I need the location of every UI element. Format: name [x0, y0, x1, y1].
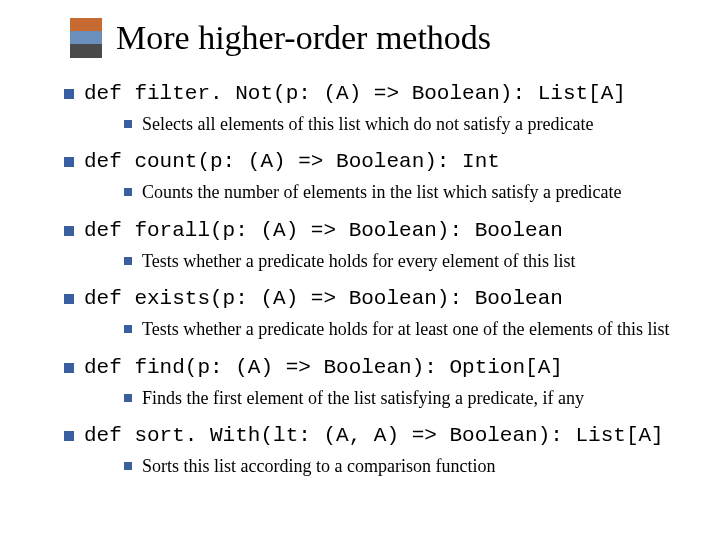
desc-list: Counts the number of elements in the lis… — [84, 181, 690, 204]
desc-list: Finds the first element of the list sati… — [84, 387, 690, 410]
list-item: def filter. Not(p: (A) => Boolean): List… — [64, 82, 690, 136]
title-accent-bar — [70, 18, 102, 58]
list-item: def count(p: (A) => Boolean): Int Counts… — [64, 150, 690, 204]
desc-list: Tests whether a predicate holds for at l… — [84, 318, 690, 341]
slide-title: More higher-order methods — [116, 19, 491, 57]
desc-list: Selects all elements of this list which … — [84, 113, 690, 136]
method-list: def filter. Not(p: (A) => Boolean): List… — [30, 82, 690, 478]
method-description: Tests whether a predicate holds for ever… — [124, 250, 690, 273]
title-row: More higher-order methods — [70, 18, 690, 58]
method-signature: def find(p: (A) => Boolean): Option[A] — [84, 356, 563, 379]
method-description: Selects all elements of this list which … — [124, 113, 690, 136]
list-item: def exists(p: (A) => Boolean): Boolean T… — [64, 287, 690, 341]
method-description: Tests whether a predicate holds for at l… — [124, 318, 690, 341]
method-signature: def forall(p: (A) => Boolean): Boolean — [84, 219, 563, 242]
method-description: Sorts this list according to a compariso… — [124, 455, 690, 478]
method-signature: def exists(p: (A) => Boolean): Boolean — [84, 287, 563, 310]
method-description: Counts the number of elements in the lis… — [124, 181, 690, 204]
desc-list: Sorts this list according to a compariso… — [84, 455, 690, 478]
desc-list: Tests whether a predicate holds for ever… — [84, 250, 690, 273]
slide: More higher-order methods def filter. No… — [0, 0, 720, 512]
method-signature: def count(p: (A) => Boolean): Int — [84, 150, 500, 173]
method-signature: def filter. Not(p: (A) => Boolean): List… — [84, 82, 626, 105]
list-item: def forall(p: (A) => Boolean): Boolean T… — [64, 219, 690, 273]
method-description: Finds the first element of the list sati… — [124, 387, 690, 410]
method-signature: def sort. With(lt: (A, A) => Boolean): L… — [84, 424, 664, 447]
list-item: def find(p: (A) => Boolean): Option[A] F… — [64, 356, 690, 410]
list-item: def sort. With(lt: (A, A) => Boolean): L… — [64, 424, 690, 478]
